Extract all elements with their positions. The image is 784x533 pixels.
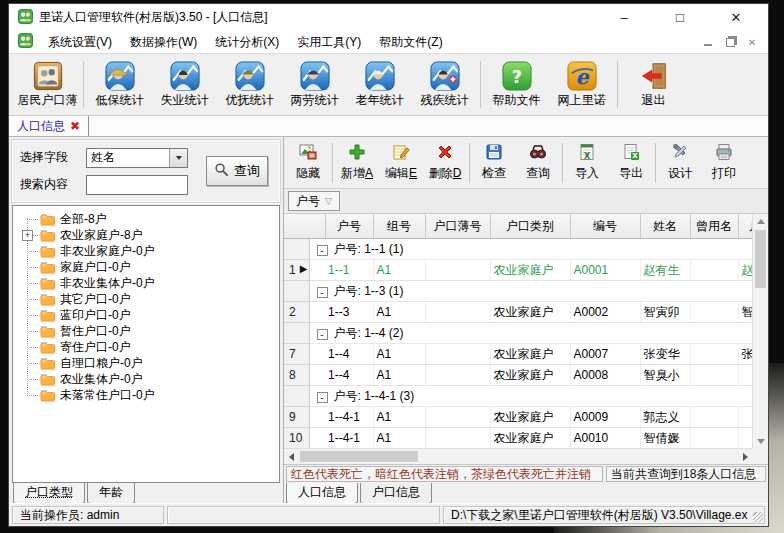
find-button[interactable]: 查询 <box>516 140 560 185</box>
scroll-right-icon[interactable] <box>738 449 753 464</box>
import-button[interactable]: X导入 <box>565 140 609 185</box>
menu-utilities[interactable]: 实用工具(Y) <box>288 32 370 53</box>
column-header[interactable]: 户主 <box>738 214 753 239</box>
left-tab-hukou-type[interactable]: 户口类型 <box>13 483 85 504</box>
cell: 郭志义 <box>640 407 690 428</box>
tree-item[interactable]: 其它户口-0户 <box>13 291 279 307</box>
tab-close-icon[interactable]: ✖ <box>70 119 80 133</box>
close-button[interactable]: ✕ <box>708 4 764 31</box>
resident-register-button[interactable]: 居民户口薄 <box>15 58 80 112</box>
youfu-stats-button[interactable]: 优抚统计 <box>217 58 282 112</box>
linuo-online-button[interactable]: e网上里诺 <box>549 58 614 112</box>
table-row[interactable]: 101--4-1A1农业家庭户A0010智倩媛 <box>284 428 753 449</box>
lianglao-stats-button[interactable]: 两劳统计 <box>282 58 347 112</box>
group-row[interactable]: -户号: 1--3 (1) <box>284 281 753 302</box>
help-file-button[interactable]: ?帮助文件 <box>484 58 549 112</box>
scroll-up-icon[interactable] <box>753 214 768 229</box>
table-row[interactable]: 91--4-1A1农业家庭户A0009郭志义 <box>284 407 753 428</box>
combo-dropdown-button[interactable] <box>169 149 187 167</box>
scroll-left-icon[interactable] <box>284 449 299 464</box>
maximize-button[interactable]: □ <box>652 4 708 31</box>
tree-item[interactable]: 农业集体户-0户 <box>13 371 279 387</box>
collapse-icon[interactable]: - <box>317 392 328 403</box>
v-scrollbar[interactable] <box>752 214 768 449</box>
export-button[interactable]: X导出 <box>609 140 653 185</box>
group-row[interactable]: -户号: 1--4 (2) <box>284 323 753 344</box>
cell: 1--4 <box>325 344 373 365</box>
column-header[interactable]: 姓名 <box>640 214 690 239</box>
menu-help-files[interactable]: 帮助文件(Z) <box>370 32 451 53</box>
delete-button[interactable]: 删除D <box>423 140 467 185</box>
table-row[interactable]: 21--3A1农业家庭户A0002智寅卯智 <box>284 302 753 323</box>
menu-statistical-analysis[interactable]: 统计分析(X) <box>206 32 288 53</box>
print-button[interactable]: 打印 <box>702 140 746 185</box>
cell: A0009 <box>570 407 640 428</box>
tree-item[interactable]: 非农业家庭户-0户 <box>13 243 279 259</box>
tree-item[interactable]: 家庭户口-0户 <box>13 259 279 275</box>
query-button[interactable]: 查询 <box>206 156 268 186</box>
mdi-restore-button[interactable] <box>722 35 738 49</box>
field-select-combo[interactable]: 姓名 <box>86 148 188 168</box>
left-tab-age[interactable]: 年龄 <box>87 483 135 504</box>
mdi-minimize-button[interactable] <box>700 35 716 49</box>
folder-icon <box>40 309 55 322</box>
app-path-text: D:\下载之家\里诺户口管理软件(村居版) V3.50\Village.ex <box>451 507 748 524</box>
expand-icon[interactable]: + <box>22 230 33 241</box>
tree-item[interactable]: 非农业集体户-0户 <box>13 275 279 291</box>
tree-item[interactable]: 暂住户口-0户 <box>13 323 279 339</box>
table-row[interactable]: 81--4A1农业家庭户A0008智臭小 <box>284 365 753 386</box>
dibao-stats-button[interactable]: 低保统计 <box>87 58 152 112</box>
tree-item[interactable]: 未落常住户口-0户 <box>13 387 279 403</box>
table-row[interactable]: 1▶1--1A1农业家庭户A0001赵有生赵 <box>284 260 753 281</box>
menu-system-settings[interactable]: 系统设置(V) <box>39 32 121 53</box>
search-area: 选择字段 姓名 查询 搜索内容 <box>11 139 281 203</box>
hide-icon <box>299 143 317 164</box>
tree-item[interactable]: 蓝印户口-0户 <box>13 307 279 323</box>
tree-item[interactable]: 寄住户口-0户 <box>13 339 279 355</box>
toolbar-button-label: 设计 <box>668 165 692 182</box>
collapse-icon[interactable]: - <box>317 287 328 298</box>
group-row-label: 户号: 1--1 (1) <box>334 242 404 256</box>
folder-icon <box>40 357 55 370</box>
ie-icon: e <box>567 60 597 91</box>
disability-stats-button[interactable]: 残疾统计 <box>412 58 477 112</box>
h-scrollbar[interactable] <box>284 448 753 464</box>
group-by-chip[interactable]: 户号 ▽ <box>288 191 340 211</box>
group-cell: -户号: 1--3 (1) <box>309 281 753 302</box>
check-button[interactable]: 检查 <box>472 140 516 185</box>
v-scroll-thumb[interactable] <box>755 230 766 288</box>
group-row[interactable]: -户号: 1--4-1 (3) <box>284 386 753 407</box>
column-header[interactable]: 户口类别 <box>490 214 570 239</box>
menu-data-operations[interactable]: 数据操作(W) <box>121 32 206 53</box>
h-scroll-thumb[interactable] <box>300 451 418 462</box>
titlebar[interactable]: 里诺人口管理软件(村居版)3.50 - [人口信息] – □ ✕ <box>9 4 768 31</box>
minimize-button[interactable]: – <box>596 4 652 31</box>
bottom-tab-household-info[interactable]: 户口信息 <box>360 483 432 504</box>
toolbar-button-label: 退出 <box>642 92 666 109</box>
bottom-tab-population-info[interactable]: 人口信息 <box>286 483 358 504</box>
add-button[interactable]: 新增A <box>335 140 379 185</box>
tree-item[interactable]: +农业家庭户-8户 <box>13 227 279 243</box>
resize-grip-icon[interactable] <box>753 512 763 522</box>
collapse-icon[interactable]: - <box>317 245 328 256</box>
tree-item[interactable]: 自理口粮户-0户 <box>13 355 279 371</box>
group-row[interactable]: -户号: 1--1 (1) <box>284 239 753 260</box>
scroll-down-icon[interactable] <box>753 434 768 449</box>
column-header[interactable]: 户号 <box>325 214 373 239</box>
column-header[interactable]: 曾用名 <box>690 214 738 239</box>
mdi-close-button[interactable]: ✕ <box>744 35 760 49</box>
hide-button[interactable]: 隐藏 <box>286 140 330 185</box>
column-header[interactable]: 编号 <box>570 214 640 239</box>
elderly-stats-button[interactable]: 老年统计 <box>347 58 412 112</box>
table-row[interactable]: 71--4A1农业家庭户A0007张变华张 <box>284 344 753 365</box>
search-input[interactable] <box>86 175 188 195</box>
unemployment-stats-button[interactable]: 失业统计 <box>152 58 217 112</box>
tree-item[interactable]: 全部-8户 <box>13 211 279 227</box>
tab-population-info[interactable]: 人口信息 ✖ <box>9 116 89 136</box>
column-header[interactable]: 户口薄号 <box>425 214 490 239</box>
exit-button[interactable]: 退出 <box>621 58 686 112</box>
edit-button[interactable]: 编辑E <box>379 140 423 185</box>
design-button[interactable]: 设计 <box>658 140 702 185</box>
collapse-icon[interactable]: - <box>317 329 328 340</box>
column-header[interactable]: 组号 <box>373 214 425 239</box>
